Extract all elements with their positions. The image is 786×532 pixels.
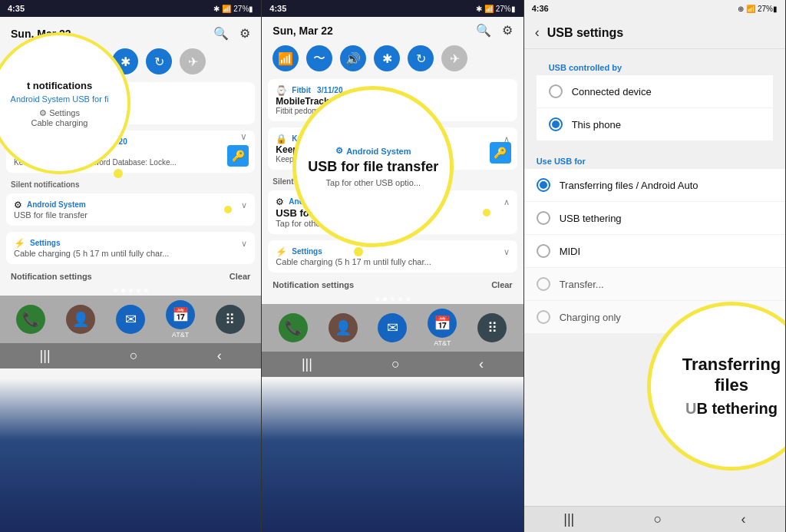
- bluetooth-icon-2: ✱: [476, 5, 482, 13]
- notif-app-settings-1: Settings: [30, 239, 60, 247]
- app-calendar-1[interactable]: 📅 AT&T: [166, 300, 195, 339]
- circle3-text1: Transferring files: [663, 355, 786, 395]
- bt-toggle-1[interactable]: ✱: [112, 48, 138, 74]
- usb-controlled-section: USB controlled by Connected device This …: [524, 49, 785, 143]
- notif-card-settings-1: ⚡ Settings ∨ Cable charging (5 h 17 m un…: [6, 232, 255, 264]
- att-label-1: AT&T: [172, 331, 189, 339]
- nav-home-1[interactable]: ○: [130, 348, 138, 364]
- notif-settings-btn-2[interactable]: Notification settings: [272, 280, 354, 289]
- notif-title-keepass-1: Keepass2Android: [14, 147, 247, 158]
- nav-home-2[interactable]: ○: [391, 356, 400, 372]
- nav-home-3[interactable]: ○: [653, 511, 662, 527]
- date-row-1: Sun, Mar 22 🔍 ⚙: [0, 20, 261, 44]
- volume-toggle-1[interactable]: 🔊: [78, 48, 104, 74]
- circle3-text2: UB tethering: [685, 400, 778, 418]
- radio-charging[interactable]: [537, 310, 550, 324]
- notif-actions-1: Notification settings Clear: [0, 267, 261, 286]
- sync-toggle-2[interactable]: ↻: [408, 45, 434, 71]
- calendar-icon-2: 📅: [428, 309, 457, 338]
- radio-usb-tethering[interactable]: [537, 211, 550, 225]
- option-file-transfer[interactable]: Transferring files / Android Auto: [524, 169, 785, 202]
- settings-icon-1[interactable]: ⚙: [239, 26, 250, 41]
- transfer-label: Transfer...: [560, 279, 604, 290]
- app-phone-1[interactable]: 📞: [16, 305, 45, 334]
- app-drawer-1[interactable]: ⠿: [216, 305, 245, 334]
- app-messages-2[interactable]: ✉: [378, 313, 407, 342]
- nav-bar-1: ||| ○ ‹: [0, 343, 261, 368]
- nav-menu-3[interactable]: |||: [563, 511, 574, 527]
- sync-toggle-1[interactable]: ↻: [146, 48, 172, 74]
- back-button-3[interactable]: ‹: [535, 25, 540, 41]
- option-midi[interactable]: MIDI: [524, 235, 785, 268]
- contacts-icon-2: 👤: [329, 313, 358, 342]
- app-contacts-1[interactable]: 👤: [66, 305, 95, 334]
- option-connected-device[interactable]: Connected device: [537, 75, 773, 108]
- nav-menu-1[interactable]: |||: [40, 348, 51, 364]
- notif-app-settings-2: Settings: [292, 247, 322, 256]
- option-usb-tethering[interactable]: USB tethering: [524, 202, 785, 235]
- nav-back-1[interactable]: ‹: [217, 348, 222, 364]
- wifi-toggle-2[interactable]: 📶: [272, 45, 299, 71]
- this-phone-label: This phone: [572, 119, 621, 131]
- radio-midi[interactable]: [537, 244, 550, 258]
- airplane-toggle-1[interactable]: ✈: [180, 48, 206, 74]
- notif-app-fitbit-2: Fitbit 3/11/20: [292, 86, 342, 94]
- controlled-by-label: USB controlled by: [537, 55, 773, 75]
- search-icon-1[interactable]: 🔍: [213, 26, 229, 41]
- radio-file-transfer[interactable]: [537, 178, 550, 192]
- date-2: Sun, Mar 22: [272, 25, 333, 37]
- app-messages-1[interactable]: ✉: [116, 305, 145, 334]
- wifi2-toggle-2[interactable]: 〜: [306, 45, 332, 71]
- bt-toggle-2[interactable]: ✱: [374, 45, 400, 71]
- notif-clear-btn-2[interactable]: Clear: [491, 280, 513, 289]
- phone-panel-3: 4:36 ⊕ 📶 27%▮ ‹ USB settings USB control…: [524, 0, 786, 532]
- volume-toggle-2[interactable]: 🔊: [340, 45, 366, 71]
- nav-back-2[interactable]: ‹: [479, 356, 484, 372]
- radio-transfer[interactable]: [537, 277, 550, 291]
- midi-label: MIDI: [560, 246, 580, 257]
- dot-1: [114, 289, 117, 292]
- quick-toggles-2: 📶 〜 🔊 ✱ ↻ ✈: [262, 41, 523, 76]
- notif-clear-btn-1[interactable]: Clear: [230, 272, 251, 281]
- radio-connected-device[interactable]: [549, 84, 563, 98]
- home-dots-2: [262, 294, 523, 304]
- notif-settings-btn-1[interactable]: Notification settings: [11, 272, 92, 281]
- circle2-title: USB for file transfer: [308, 159, 438, 175]
- wifi2-toggle-1[interactable]: 〜: [45, 48, 71, 74]
- option-transfer[interactable]: Transfer...: [524, 268, 785, 301]
- notif-card-fitbit-1: ⌚ Fitbit 3/11/20 MobileTrack Fitbit pedo…: [6, 82, 255, 124]
- radio-this-phone[interactable]: [549, 117, 563, 131]
- option-this-phone[interactable]: This phone: [537, 108, 773, 141]
- yellow-dot-1: [114, 169, 123, 178]
- dot-5: [144, 289, 148, 292]
- chevron-keepass-1: ∨: [240, 131, 247, 142]
- nav-back-3[interactable]: ‹: [741, 511, 745, 527]
- app-contacts-2[interactable]: 👤: [329, 313, 358, 342]
- dot-2: [121, 289, 125, 292]
- app-phone-2[interactable]: 📞: [279, 313, 308, 342]
- notif-shade-1: t notifications Android System USB for f…: [0, 17, 261, 532]
- notif-card-keepass-1: 🔒 Keepass2Android 3/18/20 ∨ Keepass2Andr…: [6, 131, 255, 173]
- airplane-toggle-2[interactable]: ✈: [441, 45, 467, 71]
- phone-icon-1: 📞: [16, 305, 45, 334]
- app-calendar-2[interactable]: 📅 AT&T: [428, 309, 457, 347]
- wallpaper-2: [262, 378, 523, 532]
- keepass-icon-2: 🔑: [490, 142, 511, 164]
- dot2-1: [375, 297, 379, 301]
- quick-toggles-1: 📶 〜 🔊 ✱ ↻ ✈: [0, 44, 261, 79]
- wallpaper-1: [0, 378, 261, 532]
- signal-icon-3: 📶: [746, 5, 755, 13]
- nav-menu-2[interactable]: |||: [302, 356, 312, 372]
- date-row-2: Sun, Mar 22 🔍 ⚙: [262, 17, 523, 41]
- date-icons-1: 🔍 ⚙: [213, 26, 250, 41]
- time-2: 4:35: [269, 4, 286, 13]
- app-drawer-2[interactable]: ⠿: [477, 313, 507, 342]
- search-icon-2[interactable]: 🔍: [476, 23, 491, 38]
- nav-bar-2: ||| ○ ‹: [262, 352, 523, 377]
- status-bar-1: 4:35 ✱ 📶 27%▮: [0, 0, 261, 17]
- battery-icon-3: 27%▮: [758, 5, 778, 13]
- time-3: 4:36: [532, 4, 549, 13]
- notif-card-android-sys-1: ⚙ Android System ∨ USB for file transfer: [6, 193, 255, 226]
- wifi-toggle-1[interactable]: 📶: [11, 48, 37, 74]
- settings-icon-2[interactable]: ⚙: [502, 23, 513, 38]
